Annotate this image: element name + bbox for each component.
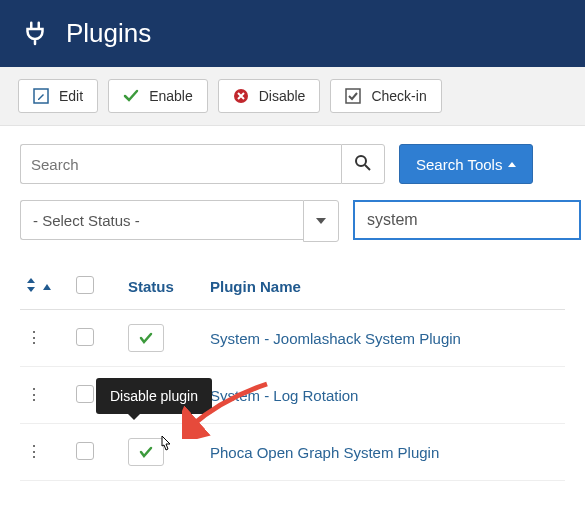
search-tools-button[interactable]: Search Tools (399, 144, 533, 184)
caret-down-icon (316, 218, 326, 224)
select-all-checkbox[interactable] (76, 276, 94, 294)
checkin-label: Check-in (371, 89, 426, 103)
sort-column-header[interactable] (20, 264, 70, 310)
x-circle-icon (233, 88, 249, 104)
content-area: Search Tools - Select Status - Status Pl… (0, 126, 585, 481)
drag-handle-icon[interactable]: ⋮ (26, 330, 42, 346)
plugin-name-link[interactable]: Phoca Open Graph System Plugin (210, 444, 439, 461)
svg-point-3 (356, 156, 366, 166)
enable-label: Enable (149, 89, 193, 103)
status-header[interactable]: Status (122, 264, 204, 310)
row-checkbox[interactable] (76, 442, 94, 460)
caret-up-icon (508, 162, 516, 167)
enable-button[interactable]: Enable (108, 79, 208, 113)
row-checkbox[interactable] (76, 385, 94, 403)
disable-label: Disable (259, 89, 306, 103)
search-tools-label: Search Tools (416, 156, 502, 173)
drag-handle-icon[interactable]: ⋮ (26, 444, 42, 460)
table-row: ⋮ System - Joomlashack System Plugin (20, 310, 565, 367)
status-select-label[interactable]: - Select Status - (20, 200, 303, 240)
plugins-table: Status Plugin Name ⋮ System - Joomlashac… (20, 264, 565, 481)
search-input[interactable] (20, 144, 341, 184)
plugin-name-link[interactable]: System - Log Rotation (210, 387, 358, 404)
disable-button[interactable]: Disable (218, 79, 321, 113)
plug-icon (20, 19, 50, 49)
svg-rect-2 (346, 89, 360, 103)
edit-label: Edit (59, 89, 83, 103)
action-toolbar: Edit Enable Disable Check-in (0, 67, 585, 126)
status-toggle[interactable] (128, 381, 164, 409)
checkin-button[interactable]: Check-in (330, 79, 441, 113)
status-toggle[interactable] (128, 324, 164, 352)
plugin-name-header[interactable]: Plugin Name (204, 264, 565, 310)
title-bar: Plugins (0, 0, 585, 67)
search-icon (354, 154, 372, 172)
edit-button[interactable]: Edit (18, 79, 98, 113)
row-checkbox[interactable] (76, 328, 94, 346)
page-title: Plugins (66, 18, 151, 49)
edit-icon (33, 88, 49, 104)
filter-by-name-input[interactable] (353, 200, 581, 240)
select-all-header[interactable] (70, 264, 122, 310)
table-row: ⋮ System - Log Rotation (20, 367, 565, 424)
status-select-dropdown[interactable] (303, 200, 339, 242)
checkbox-icon (345, 88, 361, 104)
drag-handle-icon[interactable]: ⋮ (26, 387, 42, 403)
plugin-name-link[interactable]: System - Joomlashack System Plugin (210, 330, 461, 347)
status-toggle[interactable] (128, 438, 164, 466)
search-submit-button[interactable] (341, 144, 385, 184)
check-icon (123, 88, 139, 104)
table-row: ⋮ Phoca Open Graph System Plugin (20, 424, 565, 481)
